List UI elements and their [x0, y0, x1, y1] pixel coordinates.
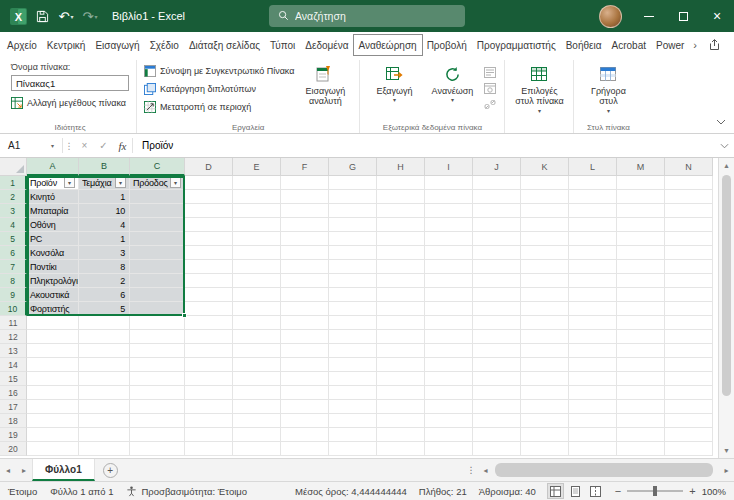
row-header-14[interactable]: 14: [0, 358, 27, 372]
column-header-G[interactable]: G: [329, 158, 377, 176]
cell-E8[interactable]: [233, 274, 281, 288]
cell-H12[interactable]: [377, 330, 425, 344]
cell-D10[interactable]: [185, 302, 233, 316]
cell-M4[interactable]: [617, 218, 665, 232]
cell-A4[interactable]: Οθόνη: [27, 218, 79, 232]
cell-G5[interactable]: [329, 232, 377, 246]
cell-F3[interactable]: [281, 204, 329, 218]
enter-button[interactable]: ✓: [94, 134, 113, 157]
cell-K2[interactable]: [521, 190, 569, 204]
cell-H18[interactable]: [377, 414, 425, 428]
cell-C20[interactable]: [130, 442, 185, 456]
ribbon-tab-5[interactable]: Τύποι: [265, 35, 300, 55]
row-header-17[interactable]: 17: [0, 400, 27, 414]
open-in-browser-button[interactable]: [483, 82, 497, 95]
cell-N1[interactable]: [665, 176, 713, 190]
cell-E6[interactable]: [233, 246, 281, 260]
row-header-7[interactable]: 7: [0, 260, 27, 274]
cell-H19[interactable]: [377, 428, 425, 442]
cell-B12[interactable]: [79, 330, 130, 344]
cell-D12[interactable]: [185, 330, 233, 344]
cell-B5[interactable]: 1: [79, 232, 130, 246]
ribbon-tab-3[interactable]: Σχέδιο: [145, 35, 184, 55]
ribbon-tab-12[interactable]: Power: [651, 35, 689, 55]
resize-table-button[interactable]: Αλλαγή μεγέθους πίνακα: [11, 94, 129, 112]
cell-L16[interactable]: [569, 386, 617, 400]
cell-B9[interactable]: 6: [79, 288, 130, 302]
cell-K14[interactable]: [521, 358, 569, 372]
cell-H16[interactable]: [377, 386, 425, 400]
cell-H7[interactable]: [377, 260, 425, 274]
cell-F11[interactable]: [281, 316, 329, 330]
cell-G11[interactable]: [329, 316, 377, 330]
cell-J13[interactable]: [473, 344, 521, 358]
cell-D15[interactable]: [185, 372, 233, 386]
cell-E19[interactable]: [233, 428, 281, 442]
cell-M7[interactable]: [617, 260, 665, 274]
ribbon-tab-0[interactable]: Αρχείο: [2, 35, 42, 55]
cell-G15[interactable]: [329, 372, 377, 386]
cell-A9[interactable]: Ακουστικά: [27, 288, 79, 302]
cell-C17[interactable]: [130, 400, 185, 414]
cell-J5[interactable]: [473, 232, 521, 246]
row-header-5[interactable]: 5: [0, 232, 27, 246]
cell-J9[interactable]: [473, 288, 521, 302]
cell-M19[interactable]: [617, 428, 665, 442]
cell-M18[interactable]: [617, 414, 665, 428]
cell-D7[interactable]: [185, 260, 233, 274]
row-header-18[interactable]: 18: [0, 414, 27, 428]
formula-input[interactable]: Προϊόν: [133, 134, 714, 157]
unlink-button[interactable]: [483, 98, 497, 111]
horizontal-scrollbar-thumb[interactable]: [495, 463, 713, 477]
cell-J15[interactable]: [473, 372, 521, 386]
cell-J12[interactable]: [473, 330, 521, 344]
cell-K1[interactable]: [521, 176, 569, 190]
cell-M16[interactable]: [617, 386, 665, 400]
row-header-4[interactable]: 4: [0, 218, 27, 232]
cell-F20[interactable]: [281, 442, 329, 456]
hscroll-right-button[interactable]: ▸: [719, 466, 734, 475]
cell-C4[interactable]: [130, 218, 185, 232]
cell-A11[interactable]: [27, 316, 79, 330]
cell-D11[interactable]: [185, 316, 233, 330]
cell-M15[interactable]: [617, 372, 665, 386]
cell-M11[interactable]: [617, 316, 665, 330]
cell-A18[interactable]: [27, 414, 79, 428]
vertical-scrollbar-thumb[interactable]: [722, 175, 731, 396]
row-header-19[interactable]: 19: [0, 428, 27, 442]
cell-D8[interactable]: [185, 274, 233, 288]
cell-F18[interactable]: [281, 414, 329, 428]
cell-E14[interactable]: [233, 358, 281, 372]
cell-K7[interactable]: [521, 260, 569, 274]
quick-styles-button[interactable]: Γρήγορα στυλ ▾: [581, 62, 635, 115]
zoom-in-button[interactable]: +: [689, 485, 695, 497]
cell-I17[interactable]: [425, 400, 473, 414]
cell-L1[interactable]: [569, 176, 617, 190]
column-header-H[interactable]: H: [377, 158, 425, 176]
cell-G18[interactable]: [329, 414, 377, 428]
cell-D19[interactable]: [185, 428, 233, 442]
select-all-corner[interactable]: [0, 158, 27, 176]
cell-A16[interactable]: [27, 386, 79, 400]
cell-I13[interactable]: [425, 344, 473, 358]
cell-A20[interactable]: [27, 442, 79, 456]
cell-C11[interactable]: [130, 316, 185, 330]
cell-E17[interactable]: [233, 400, 281, 414]
name-box[interactable]: A1 ▾: [0, 134, 62, 157]
cell-I18[interactable]: [425, 414, 473, 428]
cell-F14[interactable]: [281, 358, 329, 372]
cell-A14[interactable]: [27, 358, 79, 372]
row-header-1[interactable]: 1: [0, 176, 27, 190]
save-button[interactable]: [30, 3, 54, 29]
excel-app-icon[interactable]: X: [6, 3, 30, 29]
cell-C10[interactable]: [130, 302, 185, 316]
cancel-button[interactable]: ×: [75, 134, 94, 157]
cell-B2[interactable]: 1: [79, 190, 130, 204]
row-header-15[interactable]: 15: [0, 372, 27, 386]
column-header-M[interactable]: M: [617, 158, 665, 176]
minimize-button[interactable]: [632, 0, 666, 32]
cell-N5[interactable]: [665, 232, 713, 246]
cell-G14[interactable]: [329, 358, 377, 372]
cell-G7[interactable]: [329, 260, 377, 274]
cell-G1[interactable]: [329, 176, 377, 190]
